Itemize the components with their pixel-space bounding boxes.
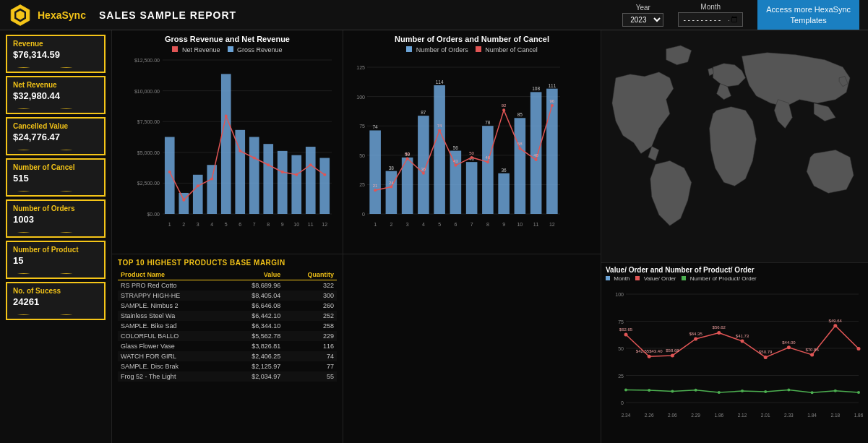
table-row: STRAPPY HIGH-HE $8,405.04 300 xyxy=(118,291,337,301)
svg-text:9: 9 xyxy=(281,222,284,227)
svg-text:$10,000.00: $10,000.00 xyxy=(134,89,160,94)
svg-text:43: 43 xyxy=(453,159,458,163)
kpi-wave-num-orders xyxy=(13,227,98,233)
kpi-label-num-cancel: Number of Cancel xyxy=(13,163,98,171)
kpi-num-orders: Number of Orders 1003 xyxy=(6,199,106,238)
svg-point-168 xyxy=(787,389,790,392)
svg-text:$58.68: $58.68 xyxy=(666,348,679,353)
value-order-center-panel xyxy=(343,254,601,443)
svg-point-29 xyxy=(197,184,199,187)
svg-text:58: 58 xyxy=(517,142,523,146)
svg-point-162 xyxy=(718,391,721,394)
svg-text:7: 7 xyxy=(470,222,473,227)
svg-point-141 xyxy=(717,331,721,335)
kpi-label-revenue: Revenue xyxy=(13,40,98,48)
gross-revenue-title: Gross Revenue and Net Revenue xyxy=(118,35,337,43)
svg-rect-81 xyxy=(515,118,526,214)
table-row: SAMPLE. Nimbus 2 $6,646.08 260 xyxy=(118,301,337,311)
svg-text:111: 111 xyxy=(548,83,556,88)
svg-text:21: 21 xyxy=(373,184,378,188)
svg-text:2.06: 2.06 xyxy=(668,413,677,418)
svg-point-139 xyxy=(694,337,697,340)
svg-text:8: 8 xyxy=(486,222,489,227)
svg-text:92: 92 xyxy=(502,103,507,108)
kpi-net-revenue: Net Revenue $32,980.44 xyxy=(6,76,106,114)
svg-text:56: 56 xyxy=(453,145,459,150)
svg-point-109 xyxy=(551,104,554,107)
svg-point-101 xyxy=(486,160,489,163)
product-value: $8,405.04 xyxy=(226,291,284,301)
kpi-value-revenue: $76,314.59 xyxy=(13,49,98,60)
svg-text:108: 108 xyxy=(532,86,540,91)
kpi-num-success: No. of Sucess 24261 xyxy=(6,282,106,320)
svg-text:0: 0 xyxy=(362,212,365,217)
product-legend: Number of Product/ Order xyxy=(682,275,756,282)
svg-text:7: 7 xyxy=(253,222,256,227)
svg-text:8: 8 xyxy=(267,222,270,227)
net-revenue-legend-label: Net Revenue xyxy=(182,46,220,53)
year-select[interactable]: 2023 2022 xyxy=(622,13,663,27)
svg-text:2: 2 xyxy=(390,222,392,227)
svg-text:$49.64: $49.64 xyxy=(829,319,843,323)
svg-rect-79 xyxy=(498,173,510,214)
svg-text:$7,500.00: $7,500.00 xyxy=(137,119,160,124)
gross-revenue-legend-label: Gross Revenue xyxy=(237,46,283,53)
product-name: WATCH FOR GIRL xyxy=(118,351,226,361)
svg-point-147 xyxy=(787,345,791,349)
kpi-wave-svg xyxy=(13,149,98,150)
svg-text:25: 25 xyxy=(618,374,624,379)
svg-text:1.86: 1.86 xyxy=(714,413,723,418)
access-templates-button[interactable]: Access more HexaSync Templates xyxy=(757,0,859,30)
svg-rect-22 xyxy=(263,144,273,214)
svg-rect-21 xyxy=(249,137,259,215)
kpi-wave-svg xyxy=(13,314,98,315)
net-revenue-dot xyxy=(172,46,178,52)
product-name: Frog 52 - The Light xyxy=(118,371,226,382)
svg-point-97 xyxy=(454,164,457,167)
product-value: $5,562.78 xyxy=(226,331,284,341)
svg-text:38: 38 xyxy=(389,165,395,171)
product-qty: 229 xyxy=(283,331,337,341)
svg-point-172 xyxy=(834,390,837,392)
product-qty: 74 xyxy=(283,351,337,361)
svg-rect-77 xyxy=(482,126,494,214)
svg-text:87: 87 xyxy=(421,110,426,115)
svg-point-30 xyxy=(210,178,213,181)
table-row: WATCH FOR GIRL $2,406.25 74 xyxy=(118,351,337,361)
product-value: $2,034.97 xyxy=(226,371,284,382)
year-filter[interactable]: Year 2023 2022 xyxy=(622,4,663,27)
gross-revenue-svg: $12,500.00$10,000.00$7,500.00$5,000.00$2… xyxy=(118,56,338,230)
svg-point-135 xyxy=(648,355,651,358)
svg-point-107 xyxy=(535,158,538,161)
kpi-sidebar: Revenue $76,314.59 Net Revenue $32,980.4… xyxy=(0,30,112,443)
product-name: SAMPLE. Nimbus 2 xyxy=(118,301,226,311)
svg-text:3: 3 xyxy=(197,222,199,227)
month-input[interactable] xyxy=(678,12,743,27)
svg-point-156 xyxy=(648,389,650,392)
svg-point-34 xyxy=(267,163,270,166)
table-row: COLORFUL BALLO $5,562.78 229 xyxy=(118,331,337,341)
kpi-value-num-cancel: 515 xyxy=(13,173,98,184)
kpi-wave-svg xyxy=(13,231,98,233)
svg-text:$64.35: $64.35 xyxy=(689,332,702,336)
svg-text:1: 1 xyxy=(168,222,171,227)
svg-text:12: 12 xyxy=(549,222,555,227)
kpi-value-cancelled-value: $24,776.47 xyxy=(13,132,98,142)
svg-point-91 xyxy=(406,157,409,160)
svg-point-105 xyxy=(518,147,521,150)
kpi-wave-revenue xyxy=(13,62,98,68)
center-panel: Gross Revenue and Net Revenue Net Revenu… xyxy=(112,30,601,443)
svg-point-137 xyxy=(671,353,674,357)
product-qty: 77 xyxy=(283,361,337,371)
table-row: SAMPLE. Bike Sad $6,344.10 258 xyxy=(118,321,337,331)
product-qty: 300 xyxy=(283,291,337,301)
svg-point-149 xyxy=(810,353,814,357)
product-name: Glass Flower Vase xyxy=(118,341,226,351)
svg-rect-24 xyxy=(291,155,301,214)
svg-text:4: 4 xyxy=(210,222,213,227)
svg-text:1.84: 1.84 xyxy=(807,413,817,418)
top10-col-header: Product Name xyxy=(118,270,226,280)
month-filter[interactable]: Month xyxy=(678,3,743,27)
value-order-right-svg: 1007550250$62.65$42.55$43.40$58.68$64.35… xyxy=(606,283,864,424)
product-name: RS PRO Red Cotto xyxy=(118,280,226,291)
